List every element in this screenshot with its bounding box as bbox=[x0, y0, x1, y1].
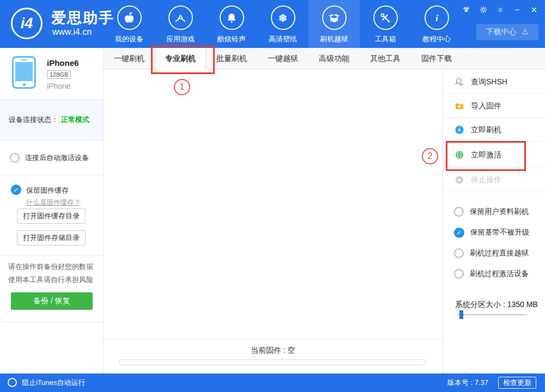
option-label: 刷机过程直接越狱 bbox=[470, 248, 529, 258]
skin-icon[interactable] bbox=[459, 5, 473, 15]
warning-line-2: 使用本工具请自行承担风险 bbox=[8, 275, 93, 285]
phone-home-button bbox=[23, 83, 26, 86]
tab-other-tools[interactable]: 其他工具 bbox=[360, 48, 411, 69]
window-controls bbox=[459, 5, 541, 15]
nav-item-ringtones[interactable]: 酷炫铃声 bbox=[206, 0, 257, 48]
nav-item-apps-games[interactable]: 应用游戏 bbox=[155, 0, 206, 48]
info-icon: i bbox=[425, 5, 449, 30]
bell-icon bbox=[220, 5, 244, 30]
device-capacity-badge: 128GB bbox=[47, 70, 71, 79]
shsh-search-icon: SH bbox=[454, 77, 465, 88]
partition-size-row: 系统分区大小 : 1350 MB bbox=[455, 300, 538, 310]
nav-item-toolbox[interactable]: 工具箱 bbox=[360, 0, 411, 48]
nav-item-tutorials[interactable]: i 教程中心 bbox=[411, 0, 462, 48]
tab-one-click-jailbreak[interactable]: 一键越狱 bbox=[257, 48, 308, 69]
nav-item-flash-jailbreak[interactable]: 刷机越狱 bbox=[308, 0, 360, 48]
partition-slider-thumb[interactable] bbox=[459, 310, 463, 319]
activate-globe-icon bbox=[454, 150, 465, 161]
action-label: 停止操作 bbox=[471, 175, 501, 185]
check-icon: ✓ bbox=[456, 229, 462, 236]
jailbreak-box-icon bbox=[322, 5, 347, 30]
option-label: 保留用户资料刷机 bbox=[470, 207, 529, 217]
collapse-menu-icon[interactable] bbox=[493, 5, 507, 15]
option-jailbreak-during-flash[interactable]: 刷机过程直接越狱 bbox=[443, 243, 545, 264]
option-label: 刷机过程激活设备 bbox=[470, 269, 529, 279]
auto-activate-radio[interactable] bbox=[10, 153, 20, 163]
nav-label: 工具箱 bbox=[375, 34, 396, 44]
logo-badge: i4 bbox=[21, 15, 33, 32]
main-area: 当前固件 : 空 bbox=[104, 69, 443, 373]
sidebar: iPhone6 128GB iPhone 设备连接状态： 正常模式 连接后自动激… bbox=[0, 48, 104, 373]
option-activate-during-flash[interactable]: 刷机过程激活设备 bbox=[443, 264, 545, 284]
nav-item-my-devices[interactable]: 我的设备 bbox=[104, 0, 155, 48]
checked-radio-icon[interactable]: ✓ bbox=[454, 228, 464, 238]
action-list: SH 查询SHSH 导入固件 立即刷机 立即激活 停止操作 bbox=[443, 70, 545, 192]
app-logo-icon: i4 bbox=[11, 8, 43, 39]
option-keep-user-data[interactable]: 保留用户资料刷机 bbox=[443, 201, 545, 222]
phone-speaker bbox=[21, 59, 27, 60]
action-panel: SH 查询SHSH 导入固件 立即刷机 立即激活 停止操作 bbox=[443, 69, 545, 373]
block-itunes-label: 阻止iTunes自动运行 bbox=[22, 373, 86, 392]
check-icon: ✓ bbox=[13, 186, 19, 194]
annotation-step-1: 1 bbox=[174, 79, 190, 95]
tab-advanced-features[interactable]: 高级功能 bbox=[308, 48, 360, 69]
header: i4 爱思助手 www.i4.cn 我的设备 应用游戏 酷炫铃声 高清壁纸 bbox=[0, 0, 545, 48]
open-cache-dir-button[interactable]: 打开固件缓存目录 bbox=[17, 209, 86, 224]
download-center-button[interactable]: 下载中心 bbox=[476, 24, 538, 40]
warning-line-1: 请在操作前备份好您的数据 bbox=[8, 262, 93, 272]
radio-icon[interactable] bbox=[454, 248, 464, 258]
nav-label: 酷炫铃声 bbox=[217, 34, 246, 44]
tab-batch-flash[interactable]: 批量刷机 bbox=[206, 48, 257, 69]
action-label: 查询SHSH bbox=[471, 77, 507, 87]
annotation-step-2: 2 bbox=[422, 148, 438, 164]
open-storage-dir-button[interactable]: 打开固件存储目录 bbox=[17, 230, 86, 246]
partition-size-value: 1350 MB bbox=[507, 300, 538, 309]
option-keep-baseband[interactable]: ✓ 保留基带不被升级 bbox=[443, 222, 545, 243]
footer-bar: 阻止iTunes自动运行 版本号 : 7.37 检查更新 bbox=[0, 373, 545, 392]
check-update-button[interactable]: 检查更新 bbox=[498, 377, 536, 389]
tab-firmware-download[interactable]: 固件下载 bbox=[411, 48, 462, 69]
flash-options: 保留用户资料刷机 ✓ 保留基带不被升级 刷机过程直接越狱 刷机过程激活设备 bbox=[443, 201, 545, 284]
flash-tabbar: 一键刷机 专业刷机 批量刷机 一键越狱 高级功能 其他工具 固件下载 bbox=[104, 48, 545, 69]
minimize-icon[interactable] bbox=[510, 5, 524, 15]
radio-icon[interactable] bbox=[454, 207, 464, 217]
nav-label: 高清壁纸 bbox=[269, 34, 297, 44]
app-url: www.i4.cn bbox=[52, 27, 92, 37]
action-flash-now[interactable]: 立即刷机 bbox=[443, 118, 545, 142]
cache-help-link[interactable]: 什么是固件缓存？ bbox=[26, 198, 81, 207]
action-label: 立即刷机 bbox=[471, 125, 501, 135]
backup-restore-button[interactable]: 备份 / 恢复 bbox=[11, 292, 93, 310]
device-type: iPhone bbox=[47, 82, 71, 90]
block-itunes-radio[interactable] bbox=[8, 378, 17, 387]
nav-item-wallpapers[interactable]: 高清壁纸 bbox=[257, 0, 308, 48]
partition-slider-track[interactable] bbox=[457, 314, 527, 315]
divider bbox=[104, 339, 443, 340]
tab-one-click-flash[interactable]: 一键刷机 bbox=[104, 48, 155, 69]
device-name: iPhone6 bbox=[47, 58, 78, 68]
action-activate-now[interactable]: 立即激活 bbox=[443, 142, 545, 168]
download-center-label: 下载中心 bbox=[486, 27, 517, 37]
radio-icon[interactable] bbox=[454, 269, 464, 279]
action-label: 导入固件 bbox=[471, 101, 501, 111]
appstore-icon bbox=[168, 5, 193, 30]
settings-gear-icon[interactable] bbox=[476, 5, 490, 15]
auto-activate-label: 连接后自动激活设备 bbox=[25, 153, 89, 163]
action-query-shsh[interactable]: SH 查询SHSH bbox=[443, 70, 545, 94]
connection-status: 设备连接状态： 正常模式 bbox=[0, 99, 103, 140]
keep-cache-checkbox[interactable]: ✓ bbox=[11, 185, 21, 195]
flash-progress-bar bbox=[119, 359, 426, 365]
iphone-icon bbox=[12, 56, 36, 89]
import-firmware-icon bbox=[454, 101, 465, 112]
flash-now-icon bbox=[454, 125, 465, 136]
auto-activate-row[interactable]: 连接后自动激活设备 bbox=[0, 140, 103, 175]
keep-cache-label: 保留固件缓存 bbox=[26, 186, 69, 195]
action-import-firmware[interactable]: 导入固件 bbox=[443, 94, 545, 118]
close-icon[interactable] bbox=[527, 5, 541, 15]
device-info: iPhone6 128GB iPhone bbox=[0, 48, 103, 99]
tab-pro-flash[interactable]: 专业刷机 bbox=[155, 48, 206, 70]
firmware-cache-section: ✓ 保留固件缓存 什么是固件缓存？ 打开固件缓存目录 打开固件存储目录 bbox=[0, 175, 103, 256]
backup-warning-section: 请在操作前备份好您的数据 使用本工具请自行承担风险 备份 / 恢复 bbox=[0, 256, 103, 322]
nav-label: 我的设备 bbox=[115, 34, 143, 44]
partition-size-label: 系统分区大小 : bbox=[455, 300, 505, 309]
action-stop[interactable]: 停止操作 bbox=[443, 168, 545, 192]
